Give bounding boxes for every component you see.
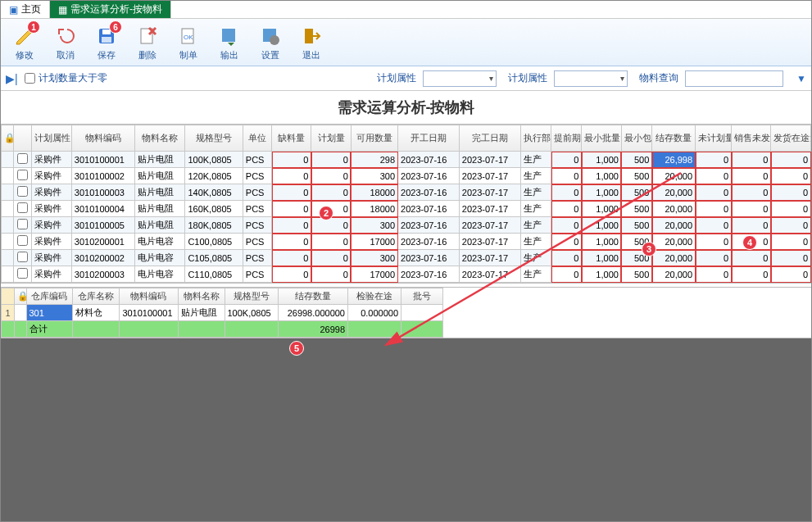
row-checkbox[interactable] (17, 252, 28, 262)
column-header[interactable]: 结存数量 (278, 288, 347, 305)
cell[interactable]: 0 (732, 217, 771, 234)
cell[interactable] (2, 217, 14, 234)
cell[interactable]: 18000 (351, 184, 397, 201)
cell[interactable]: 0 (272, 234, 311, 250)
cell[interactable]: 18000 (351, 201, 397, 217)
column-header[interactable]: 最小批量 (582, 125, 621, 152)
plan-attr2-combo[interactable] (554, 70, 628, 87)
cell[interactable]: 2023-07-16 (398, 250, 460, 266)
column-header[interactable]: 完工日期 (459, 125, 520, 152)
column-header[interactable]: 物料编码 (120, 288, 178, 305)
cell[interactable]: 3010100005 (71, 217, 134, 234)
cell[interactable]: 生产 (520, 250, 551, 266)
cell[interactable]: 1,000 (582, 184, 621, 201)
cell[interactable]: 160K,0805 (185, 201, 243, 217)
table-row[interactable]: 采购件3010100001贴片电阻100K,0805PCS002982023-0… (2, 152, 811, 168)
cell[interactable]: 0 (272, 201, 311, 217)
cell[interactable]: 1,000 (582, 266, 621, 283)
column-header[interactable]: 最小包装 (621, 125, 651, 152)
cell[interactable]: 生产 (520, 168, 551, 184)
cell[interactable]: 17000 (351, 266, 397, 283)
cell[interactable] (2, 201, 14, 217)
cell[interactable]: 3010100002 (71, 168, 134, 184)
expand-icon[interactable]: ▶| (6, 72, 18, 85)
cell[interactable]: 0 (272, 168, 311, 184)
cell[interactable]: 0 (551, 152, 582, 168)
delete-button[interactable]: 删除 (127, 20, 168, 65)
table-row[interactable]: 采购件3010100004贴片电阻160K,0805PCS00180002023… (2, 201, 811, 217)
cell[interactable]: 2023-07-16 (398, 266, 460, 283)
column-header[interactable]: 检验在途 (348, 288, 401, 305)
cell[interactable]: 300 (351, 217, 397, 234)
cell[interactable]: 采购件 (32, 152, 71, 168)
table-row[interactable]: 1301材料仓3010100001贴片电阻100K,080526998.0000… (2, 305, 443, 321)
cell[interactable]: 0 (311, 217, 351, 234)
cell[interactable]: 2023-07-17 (459, 168, 520, 184)
cell[interactable]: 0 (696, 168, 732, 184)
plan-gt-zero-checkbox[interactable] (25, 73, 35, 84)
row-checkbox[interactable] (17, 153, 28, 164)
plan-attr1-combo[interactable] (423, 70, 497, 87)
cell[interactable]: 2023-07-17 (459, 184, 520, 201)
column-header[interactable]: 执行部门 (520, 125, 551, 152)
cell[interactable]: 1,000 (582, 250, 621, 266)
cell[interactable]: 0 (771, 201, 811, 217)
cell[interactable]: 301 (26, 305, 73, 321)
cell[interactable]: 3010100001 (71, 152, 134, 168)
cell[interactable]: 采购件 (32, 184, 71, 201)
cell[interactable]: 2023-07-17 (459, 152, 520, 168)
cell[interactable] (15, 305, 26, 321)
cell[interactable]: 1,000 (582, 152, 621, 168)
column-header[interactable]: 结存数量 (652, 125, 696, 152)
plan-gt-zero-check[interactable]: 计划数量大于零 (25, 71, 107, 85)
cell[interactable]: 0 (311, 250, 351, 266)
cell[interactable]: 20,000 (652, 250, 696, 266)
row-checkbox[interactable] (17, 202, 28, 213)
cell[interactable]: 生产 (520, 217, 551, 234)
cell[interactable] (2, 184, 14, 201)
column-header[interactable]: 🔒 (2, 125, 14, 152)
cell[interactable]: 0 (771, 168, 811, 184)
cell[interactable]: 0.000000 (348, 305, 401, 321)
cell[interactable]: 3010200002 (71, 250, 134, 266)
column-header[interactable]: 开工日期 (398, 125, 460, 152)
cell[interactable]: 材料仓 (73, 305, 120, 321)
cell[interactable] (2, 266, 14, 283)
cell[interactable]: 0 (696, 152, 732, 168)
cell[interactable]: 电片电容 (134, 266, 185, 283)
cell[interactable]: 0 (551, 266, 582, 283)
cell[interactable]: 0 (551, 184, 582, 201)
cell[interactable]: 100K,0805 (225, 305, 278, 321)
cell[interactable]: C105,0805 (185, 250, 243, 266)
cell[interactable]: 0 (272, 250, 311, 266)
cell[interactable]: 0 (771, 184, 811, 201)
cell[interactable]: 2023-07-17 (459, 266, 520, 283)
main-grid[interactable]: 🔒计划属性物料编码物料名称规格型号单位缺料量计划量可用数量开工日期完工日期执行部… (1, 125, 811, 283)
funnel-icon[interactable]: ▼ (796, 73, 806, 84)
column-header[interactable]: 物料编码 (71, 125, 134, 152)
cell[interactable]: 20,000 (652, 217, 696, 234)
cell[interactable] (2, 152, 14, 168)
cell[interactable]: 电片电容 (134, 250, 185, 266)
cell[interactable]: 20,000 (652, 234, 696, 250)
cell[interactable]: 电片电容 (134, 234, 185, 250)
tab-current[interactable]: ▦ 需求运算分析-按物料 (50, 1, 171, 18)
cell[interactable]: PCS (243, 168, 271, 184)
column-header[interactable]: 缺料量 (272, 125, 311, 152)
cell[interactable] (2, 250, 14, 266)
cell[interactable]: 贴片电阻 (134, 217, 185, 234)
cell[interactable]: 0 (272, 152, 311, 168)
cell[interactable]: 生产 (520, 152, 551, 168)
column-header[interactable]: 可用数量 (351, 125, 397, 152)
modify-button[interactable]: 修改 1 (4, 20, 45, 65)
cell[interactable]: 0 (771, 234, 811, 250)
cell[interactable]: 0 (311, 234, 351, 250)
table-row[interactable]: 采购件3010100005贴片电阻180K,0805PCS003002023-0… (2, 217, 811, 234)
save-button[interactable]: 保存 6 (86, 20, 127, 65)
cell[interactable]: 0 (551, 250, 582, 266)
column-header[interactable]: 单位 (243, 125, 271, 152)
cell[interactable]: 2023-07-16 (398, 201, 460, 217)
cell[interactable]: 3010100004 (71, 201, 134, 217)
cell[interactable] (2, 234, 14, 250)
cell[interactable]: 0 (732, 201, 771, 217)
